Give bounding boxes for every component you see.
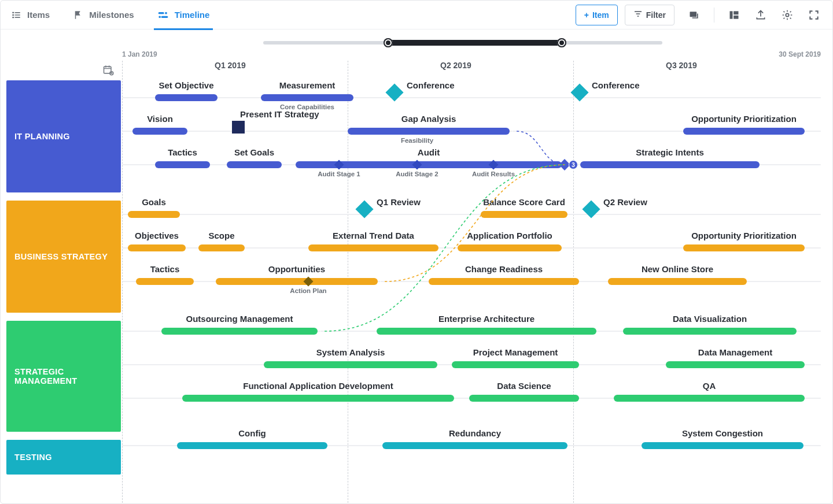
- top-toolbar: Items Milestones Timeline + Item Filter: [1, 1, 832, 29]
- timeline-bar[interactable]: [155, 161, 210, 168]
- bar-sublabel: Audit Stage 2: [396, 171, 438, 177]
- quarter-label: Q3 2019: [666, 61, 697, 70]
- timeline-bar[interactable]: [666, 361, 805, 368]
- dependency-badge[interactable]: 3: [569, 160, 578, 169]
- timeline-bar[interactable]: [264, 361, 437, 368]
- timeline-body: 1 Jan 2019 30 Sept 2019 Q1 2019Q2 2019Q3…: [1, 29, 832, 503]
- timeline-bar[interactable]: [608, 278, 747, 285]
- bar-label: Strategic Intents: [636, 147, 704, 157]
- svg-rect-16: [734, 15, 738, 18]
- timeline-bar[interactable]: [216, 278, 378, 285]
- timeline-bar[interactable]: [614, 395, 805, 402]
- timeline-bar[interactable]: [128, 211, 180, 218]
- timeline-bar[interactable]: [128, 244, 186, 251]
- svg-rect-2: [12, 14, 14, 15]
- group-column: IT PLANNINGBUSINESS STRATEGYSTRATEGIC MA…: [6, 80, 121, 483]
- milestone-square-icon[interactable]: [232, 121, 245, 134]
- milestone-diamond-icon[interactable]: [570, 83, 588, 101]
- dependency-badge[interactable]: 1: [380, 277, 389, 286]
- group-header[interactable]: STRATEGIC MANAGEMENT: [6, 321, 121, 432]
- bar-label: Data Science: [497, 381, 551, 391]
- dependency-badge[interactable]: 1: [512, 127, 521, 136]
- bar-label: Objectives: [135, 231, 179, 240]
- milestone-label: Q1 Review: [377, 197, 421, 207]
- bar-label: System Congestion: [682, 428, 763, 438]
- bar-label: Balance Score Card: [483, 197, 565, 207]
- timeline-bar[interactable]: [177, 442, 327, 449]
- add-item-button[interactable]: + Item: [576, 5, 618, 25]
- bar-label: Scope: [208, 231, 234, 240]
- timeline-bar[interactable]: [348, 128, 510, 135]
- group-header[interactable]: IT PLANNING: [6, 80, 121, 192]
- timeline-bar[interactable]: [227, 161, 282, 168]
- timeline-bar[interactable]: [382, 442, 567, 449]
- timeline-bar[interactable]: [452, 361, 579, 368]
- scrubber-handle-right[interactable]: [557, 38, 566, 47]
- group-header[interactable]: TESTING: [6, 440, 121, 475]
- gear-icon[interactable]: [780, 8, 794, 22]
- bar-label: Opportunity Prioritization: [691, 231, 797, 240]
- bar-label: Enterprise Architecture: [438, 314, 535, 324]
- svg-point-17: [786, 13, 788, 16]
- milestone-diamond-icon[interactable]: [582, 200, 600, 218]
- timeline-bar[interactable]: [683, 128, 805, 135]
- card-view-icon[interactable]: [687, 8, 701, 22]
- milestone-diamond-icon[interactable]: [385, 83, 403, 101]
- quarter-label: Q2 2019: [440, 61, 471, 70]
- filter-button[interactable]: Filter: [625, 5, 674, 25]
- tab-milestones[interactable]: Milestones: [69, 1, 138, 29]
- add-item-label: Item: [592, 10, 609, 20]
- calendar-settings-icon[interactable]: [102, 64, 114, 78]
- timeline-bar[interactable]: [623, 328, 797, 335]
- bar-label: Opportunity Prioritization: [691, 114, 797, 124]
- timeline-bar[interactable]: [580, 161, 760, 168]
- quarter-header: Q1 2019Q2 2019Q3 2019: [122, 61, 821, 76]
- timeline-row: GoalsQ1 ReviewBalance Score CardQ2 Revie…: [122, 197, 821, 231]
- plus-icon: +: [584, 10, 589, 20]
- timeline-bar[interactable]: [132, 128, 187, 135]
- timeline-bar[interactable]: [429, 278, 579, 285]
- timeline-bar[interactable]: [481, 211, 567, 218]
- svg-rect-14: [730, 11, 733, 18]
- timeline-bar[interactable]: [198, 244, 245, 251]
- timeline-row: ConfigRedundancySystem Congestion: [122, 428, 821, 462]
- tab-items[interactable]: Items: [8, 1, 53, 29]
- bar-sublabel: Feasibility: [401, 137, 433, 144]
- tab-timeline[interactable]: Timeline: [154, 1, 213, 29]
- timeline-icon: [157, 10, 169, 20]
- timeline-bar[interactable]: [136, 278, 194, 285]
- fullscreen-icon[interactable]: [807, 8, 821, 22]
- group-header[interactable]: BUSINESS STRATEGY: [6, 201, 121, 313]
- timeline-row: ObjectivesScopeExternal Trend DataApplic…: [122, 231, 821, 264]
- time-scrubber[interactable]: [263, 40, 662, 46]
- timeline-bar[interactable]: [182, 395, 454, 402]
- timeline-bar[interactable]: [458, 244, 562, 251]
- bar-label: Redundancy: [449, 428, 501, 438]
- scrubber-selection[interactable]: [388, 40, 562, 46]
- timeline-bar[interactable]: [155, 94, 218, 101]
- tab-label: Items: [27, 10, 50, 20]
- bar-label: External Trend Data: [333, 231, 414, 240]
- panel-left-icon[interactable]: [727, 8, 741, 22]
- svg-rect-6: [158, 12, 164, 14]
- timeline-row: TacticsSet GoalsAuditAudit Stage 1Audit …: [122, 147, 821, 181]
- bar-label: Config: [238, 428, 266, 438]
- timeline-bar[interactable]: [261, 94, 353, 101]
- milestone-diamond-icon[interactable]: [355, 200, 373, 218]
- timeline-bar[interactable]: [469, 395, 579, 402]
- timeline-bar[interactable]: [642, 442, 803, 449]
- svg-rect-4: [12, 17, 14, 18]
- scrubber-handle-left[interactable]: [384, 38, 393, 47]
- bar-label: Project Management: [473, 347, 558, 357]
- bar-label: Change Readiness: [465, 264, 543, 274]
- dependency-badge[interactable]: 1: [320, 327, 329, 336]
- timeline-bar[interactable]: [683, 244, 805, 251]
- bar-sublabel: Core Capabilities: [280, 103, 334, 110]
- timeline-bar[interactable]: [377, 328, 596, 335]
- bar-label: Application Portfolio: [467, 231, 552, 240]
- timeline-bar[interactable]: [161, 328, 318, 335]
- timeline-row: Outsourcing Management1Enterprise Archit…: [122, 314, 821, 347]
- export-icon[interactable]: [754, 8, 768, 22]
- milestone-label: Q2 Review: [603, 197, 647, 207]
- timeline-bar[interactable]: [308, 244, 438, 251]
